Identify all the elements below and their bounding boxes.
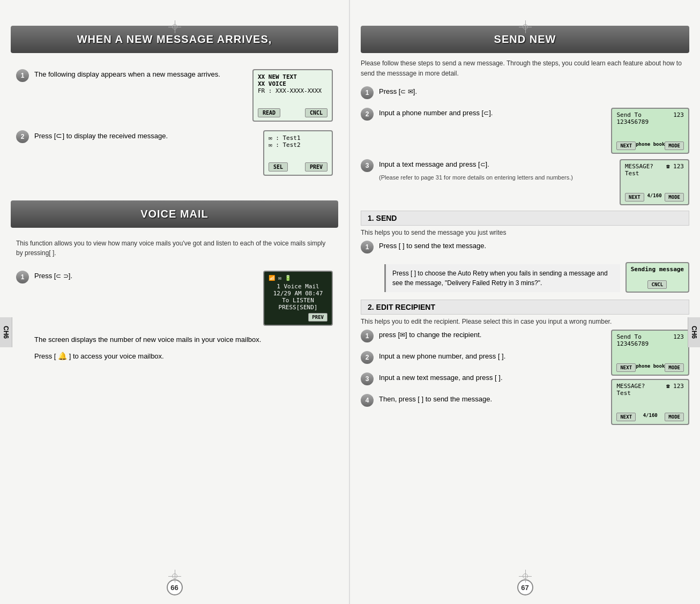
sn-step1-circle: 1 xyxy=(361,86,374,99)
step2-circle: 2 xyxy=(16,130,29,143)
retry-area: Press [ ] to choose the Auto Retry when … xyxy=(366,262,689,294)
msg-number: ☎ 123 xyxy=(666,163,684,170)
ch6-label-right: CH6 xyxy=(688,317,700,347)
sending-label: Sending message xyxy=(631,266,684,273)
send-new-steps: 1 Press [⊂ ✉]. 2 Input a phone number an… xyxy=(350,86,700,205)
edit-msg-counter: 4/160 xyxy=(643,413,658,421)
edit-screens: Send To 123 123456789 NEXT phone book MO… xyxy=(611,330,689,425)
edit-msg-mode: MODE xyxy=(665,413,684,421)
screen1-line3: FR : XXX-XXXX-XXXX xyxy=(258,87,327,94)
edit-step2-circle: 2 xyxy=(361,351,374,364)
btn-mode-2: MODE xyxy=(665,193,684,202)
send-section-title: 1. SEND xyxy=(361,211,689,226)
edit-btn-next: NEXT xyxy=(616,363,636,372)
edit-send-to-digits: 123456789 xyxy=(616,340,684,347)
edit-send-to-num: 123 xyxy=(673,333,684,340)
edit-step2-text: Input a new phone number, and press [ ]. xyxy=(379,351,606,362)
msg-label: MESSAGE? xyxy=(625,163,653,170)
send-step1-text: Press [ ] to send the text message. xyxy=(379,241,689,251)
step2-content: 2 Press [⊂] to display the received mess… xyxy=(16,130,258,143)
step1-circle: 1 xyxy=(16,69,29,82)
send-section-desc: This helps you to send the message you j… xyxy=(361,229,689,236)
screen1: XX NEW TEXT XX VOICE FR : XXX-XXXX-XXXX … xyxy=(252,69,333,122)
edit-step4-circle: 4 xyxy=(361,394,374,407)
ch6-label-left: CH6 xyxy=(0,317,12,347)
vm-screen-line4: PRESS[SEND] xyxy=(269,304,327,311)
step2-row: 2 Press [⊂] to display the received mess… xyxy=(16,130,333,176)
send-to-screen: Send To 123 123456789 NEXT phone book MO… xyxy=(611,108,689,154)
vm-screen-line1: 1 Voice Mail xyxy=(269,283,327,290)
screen1-btn2: CNCL xyxy=(305,108,327,117)
edit-msg-label: MESSAGE? xyxy=(616,383,645,390)
retry-text: Press [ ] to choose the Auto Retry when … xyxy=(392,270,608,287)
step1-text: The following display appears when a new… xyxy=(34,69,247,80)
edit-section-title: 2. EDIT RECIPIENT xyxy=(361,300,689,315)
edit-step4-row: 4 Then, press [ ] to send the message. xyxy=(361,394,606,407)
vm-step1-text: Press [⊂ ⊃]. xyxy=(34,271,258,281)
intro-text: Please follow these steps to send a new … xyxy=(361,58,689,79)
vm-screen: 📶 ✉ 🔋 1 Voice Mail 12/29 AM 08:47 To LIS… xyxy=(263,271,333,326)
screen2-btn1: SEL xyxy=(269,162,288,171)
right-page: SEND NEW Please follow these steps to se… xyxy=(350,0,700,604)
sn-step1-row: 1 Press [⊂ ✉]. xyxy=(361,86,689,99)
edit-msg-body: Test xyxy=(616,390,684,397)
sn-step2-row: 2 Input a phone number and press [⊂]. Se… xyxy=(361,108,689,154)
vm-step1-row: 1 Press [⊂ ⊃]. 📶 ✉ 🔋 1 Voice Mail 12/29 … xyxy=(16,271,333,326)
sn-step3-circle: 3 xyxy=(361,159,374,172)
edit-send-to-label: Send To xyxy=(616,333,641,340)
step2-text: Press [⊂] to display the received messag… xyxy=(34,130,258,141)
btn-next-1: NEXT xyxy=(616,141,636,150)
voicemail-content: 1 Press [⊂ ⊃]. 📶 ✉ 🔋 1 Voice Mail 12/29 … xyxy=(0,265,349,374)
btn-counter: 4/160 xyxy=(647,193,661,202)
edit-msg-num: ☎ 123 xyxy=(666,383,684,390)
screen1-btns: READ CNCL xyxy=(258,108,327,117)
crosshair-top-left xyxy=(168,20,181,33)
vm-step1-circle: 1 xyxy=(16,271,29,284)
edit-step2-row: 2 Input a new phone number, and press [ … xyxy=(361,351,606,364)
edit-msg-screen: MESSAGE? ☎ 123 Test NEXT 4/160 MODE xyxy=(611,379,689,425)
vm-step1-content: 1 Press [⊂ ⊃]. xyxy=(16,271,258,284)
sn-step3-row: 3 Input a text message and press [⊂]. (P… xyxy=(361,159,689,205)
crosshair-bottom-left xyxy=(168,570,181,583)
vm-desc-steps: The screen displays the number of new vo… xyxy=(34,334,333,362)
screen1-btn1: READ xyxy=(258,108,280,117)
send-to-label: Send To xyxy=(616,111,641,118)
section1-content: 1 The following display appears when a n… xyxy=(0,64,349,190)
screen1-line2: XX VOICE xyxy=(258,80,327,87)
sending-btn: CNCL xyxy=(647,280,667,289)
vm-screen-line2: 12/29 AM 08:47 xyxy=(269,290,327,297)
sn-step1-text: Press [⊂ ✉]. xyxy=(379,86,689,97)
edit-step1-circle: 1 xyxy=(361,330,374,342)
step1-content: 1 The following display appears when a n… xyxy=(16,69,247,82)
vm-screen-line3: To LISTEN xyxy=(269,297,327,304)
btn-next-2: NEXT xyxy=(625,193,644,202)
sn-step2-circle: 2 xyxy=(361,108,374,121)
edit-step3-circle: 3 xyxy=(361,372,374,385)
edit-msg-next: NEXT xyxy=(616,413,636,421)
message-screen: MESSAGE? ☎ 123 Test NEXT 4/160 MODE xyxy=(620,159,689,205)
send-to-number: 123 xyxy=(673,111,684,118)
edit-step3-text: Input a new text message, and press [ ]. xyxy=(379,372,606,383)
vm-screen-icons: 📶 ✉ 🔋 xyxy=(269,275,327,281)
sn-step3-text: Input a text message and press [⊂]. xyxy=(379,159,614,170)
screen2-line2: ✉ : Test2 xyxy=(269,141,327,148)
btn-phonebook-1: phone book xyxy=(636,141,665,150)
edit-step4-text: Then, press [ ] to send the message. xyxy=(379,394,606,405)
edit-step1-text: press [✉] to change the recipient. xyxy=(379,330,606,340)
send-step1-circle: 1 xyxy=(361,241,374,253)
sending-screen: Sending message CNCL xyxy=(625,262,689,293)
edit-steps-area: 1 press [✉] to change the recipient. 2 I… xyxy=(350,330,700,425)
screen2-btn2: PREV xyxy=(305,162,327,171)
sn-step2-text: Input a phone number and press [⊂]. xyxy=(379,108,606,118)
btn-mode-1: MODE xyxy=(665,141,684,150)
screen1-line1: XX NEW TEXT xyxy=(258,73,327,80)
edit-section-desc: This helps you to edit the recipient. Pl… xyxy=(361,318,689,325)
vm-step2-text: The screen displays the number of new vo… xyxy=(34,334,333,346)
crosshair-bottom-right xyxy=(519,570,532,583)
voicemail-header: VOICE MAIL xyxy=(11,200,338,228)
retry-box: Press [ ] to choose the Auto Retry when … xyxy=(384,264,620,292)
step1-row: 1 The following display appears when a n… xyxy=(16,69,333,122)
vm-step3-text: Press [ 🔔 ] to access your voice mailbox… xyxy=(34,350,333,362)
screen2: ✉ : Test1 ✉ : Test2 SEL PREV xyxy=(263,130,333,176)
voicemail-section: VOICE MAIL This function allows you to v… xyxy=(0,200,349,374)
